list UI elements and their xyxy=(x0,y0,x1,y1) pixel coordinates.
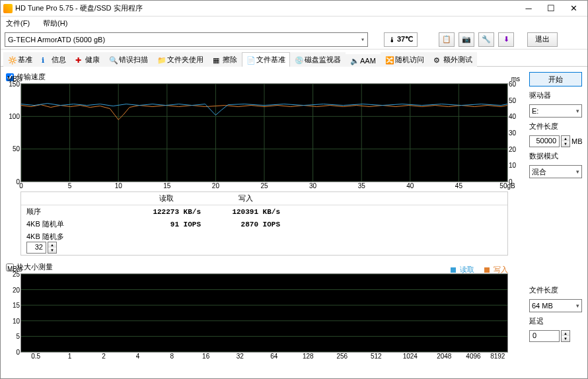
transfer-chart: 150 100 50 0 60 50 40 30 20 10 0 0 5 10 … xyxy=(20,83,508,182)
transfer-chart-wrap: MB/s ms 150 100 50 0 60 xyxy=(20,83,508,182)
monitor-icon: 💿 xyxy=(295,56,303,64)
maximize-button[interactable]: ☐ xyxy=(540,1,562,16)
tab-benchmark[interactable]: 🔆基准 xyxy=(3,52,37,67)
thermometer-icon: 🌡 xyxy=(388,36,396,44)
save-icon[interactable]: ⬇ xyxy=(498,32,514,47)
drive-label: 驱动器 xyxy=(529,90,582,100)
row-sequential: 顺序 xyxy=(21,205,127,219)
row-4k-multi: 4KB 随机多 xyxy=(26,232,64,240)
tab-filebench[interactable]: 📄文件基准 xyxy=(242,52,290,67)
menu-file[interactable]: 文件(F) xyxy=(3,17,32,30)
delay-spinner[interactable]: 0▲▼ xyxy=(529,330,582,342)
tab-monitor[interactable]: 💿磁盘监视器 xyxy=(290,52,346,67)
content-area: 传输速度 MB/s ms 150 100 50 xyxy=(1,67,587,378)
datamode-label: 数据模式 xyxy=(529,151,582,161)
blocksize-chart-wrap: MB/s 读取 写入 25 20 15 10 5 0 xyxy=(20,273,508,353)
tab-extra[interactable]: ⚙额外测试 xyxy=(429,52,477,67)
options-icon[interactable]: 🔧 xyxy=(478,32,494,47)
minimize-button[interactable]: ─ xyxy=(517,1,540,16)
row-4k-single: 4KB 随机单 xyxy=(21,218,127,230)
filelen-spinner[interactable]: 50000▲▼ xyxy=(529,135,570,147)
transfer-speed-panel: 传输速度 MB/s ms 150 100 50 xyxy=(6,72,523,362)
tab-info[interactable]: ℹ信息 xyxy=(37,52,71,67)
tab-errorscan[interactable]: 🔍错误扫描 xyxy=(104,52,153,67)
side-panel: 开始 驱动器 E: 文件长度 50000▲▼ MB 数据模式 混合 文件长度 6… xyxy=(529,72,582,362)
col-write: 写入 xyxy=(206,192,285,205)
app-icon xyxy=(3,4,13,13)
col-read: 读取 xyxy=(127,192,206,205)
title-bar: HD Tune Pro 5.75 - 硬盘/SSD 实用程序 ─ ☐ ✕ xyxy=(1,1,587,17)
tab-folder[interactable]: 📁文件夹使用 xyxy=(153,52,208,67)
tab-health[interactable]: ✚健康 xyxy=(71,52,104,67)
menu-bar: 文件(F) 帮助(H) xyxy=(1,17,587,30)
filelen-unit: MB xyxy=(571,137,583,145)
screenshot-icon[interactable]: 📷 xyxy=(459,32,474,47)
temperature-display: 🌡37℃ xyxy=(384,32,418,47)
filelen2-label: 文件长度 xyxy=(529,285,582,295)
window-title: HD Tune Pro 5.75 - 硬盘/SSD 实用程序 xyxy=(15,3,517,13)
tab-aam[interactable]: 🔈AAM xyxy=(346,54,381,67)
aam-icon: 🔈 xyxy=(350,57,358,65)
copy-info-icon[interactable]: 📋 xyxy=(439,32,455,47)
datamode-select[interactable]: 混合 xyxy=(529,165,582,178)
info-icon: ℹ xyxy=(42,56,50,64)
drive-select[interactable]: G-TECH ArmorATD (5000 gB) xyxy=(5,32,368,47)
erase-icon: ▦ xyxy=(213,56,221,64)
delay-label: 延迟 xyxy=(529,316,582,326)
results-table: 读取写入 顺序122273 KB/s120391 KB/s 4KB 随机单91 … xyxy=(20,191,508,256)
close-button[interactable]: ✕ xyxy=(562,1,585,16)
filelen-label: 文件长度 xyxy=(529,121,582,131)
file-icon: 📄 xyxy=(246,56,254,64)
queue-depth-spinner[interactable]: 32▲▼ xyxy=(26,242,57,254)
start-button[interactable]: 开始 xyxy=(529,72,582,86)
exit-button[interactable]: 退出 xyxy=(527,32,558,47)
health-icon: ✚ xyxy=(75,56,83,64)
filelen2-select[interactable]: 64 MB xyxy=(529,299,582,312)
drive-letter-select[interactable]: E: xyxy=(529,104,582,118)
tab-bar: 🔆基准 ℹ信息 ✚健康 🔍错误扫描 📁文件夹使用 ▦擦除 📄文件基准 💿磁盘监视… xyxy=(1,50,587,67)
blocksize-chart: 25 20 15 10 5 0 0.5 1 2 4 8 16 32 64 128… xyxy=(20,273,508,353)
tab-random[interactable]: 🔀随机访问 xyxy=(381,52,429,67)
toolbar: G-TECH ArmorATD (5000 gB) 🌡37℃ 📋 📷 🔧 ⬇ 退… xyxy=(1,30,587,50)
folder-icon: 📁 xyxy=(157,56,165,64)
gauge-icon: 🔆 xyxy=(8,56,16,64)
tab-erase[interactable]: ▦擦除 xyxy=(208,52,242,67)
random-icon: 🔀 xyxy=(385,56,393,64)
extra-icon: ⚙ xyxy=(433,56,441,64)
menu-help[interactable]: 帮助(H) xyxy=(40,17,70,30)
search-icon: 🔍 xyxy=(109,56,117,64)
